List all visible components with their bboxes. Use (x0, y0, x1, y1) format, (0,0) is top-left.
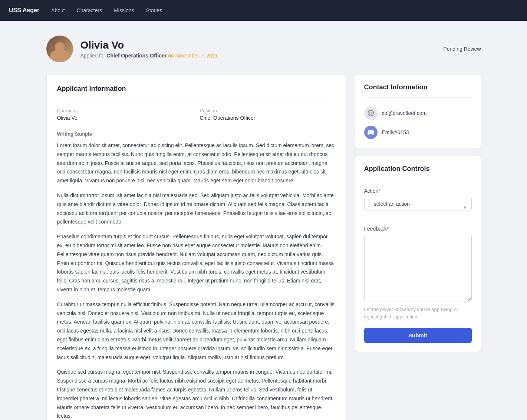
action-required: * (378, 188, 380, 194)
email-icon (364, 106, 378, 120)
applicant-card-title: Applicant Information (57, 85, 335, 99)
profile-left: Olivia Vo Applied for Chief Operations O… (46, 36, 218, 62)
navbar: USS Asger About Characters Missions Stor… (0, 0, 527, 21)
contact-email-value: xo@bravofleet.com (382, 110, 427, 116)
avatar-image (46, 36, 73, 62)
page-content: Olivia Vo Applied for Chief Operations O… (37, 21, 490, 420)
contact-discord-value: Emily#6153 (382, 129, 409, 135)
profile-header: Olivia Vo Applied for Chief Operations O… (46, 36, 481, 62)
contact-card-title: Contact Information (364, 83, 472, 97)
controls-card-title: Application Controls (364, 165, 472, 179)
feedback-required: * (387, 226, 389, 232)
feedback-label: Feedback* (364, 226, 472, 232)
character-label: Character (57, 108, 192, 113)
profile-subtitle: Applied for Chief Operations Officer on … (80, 53, 218, 59)
writing-para-1: Lorem ipsum dolor sit amet, consectetur … (57, 141, 335, 185)
main-layout: Applicant Information Character Olivia V… (46, 74, 481, 420)
writing-text: Lorem ipsum dolor sit amet, consectetur … (57, 141, 335, 420)
writing-para-4: Curabitur ut massa tempus nulla efficitu… (57, 300, 335, 362)
writing-para-5: Quisque sed cursus magna, eget tempor ni… (57, 368, 335, 420)
profile-name: Olivia Vo (80, 39, 218, 51)
navbar-brand[interactable]: USS Asger (9, 7, 39, 14)
position-value: Chief Operations Officer (200, 115, 335, 121)
feedback-textarea[interactable] (364, 235, 472, 301)
info-grid: Character Olivia Vo Position Chief Opera… (57, 108, 335, 121)
status-badge: Pending Review (443, 46, 481, 52)
applicant-card: Applicant Information Character Olivia V… (46, 74, 346, 420)
navbar-link-missions[interactable]: Missions (114, 7, 134, 13)
position-label: Position (200, 108, 335, 113)
position-field: Position Chief Operations Officer (200, 108, 335, 121)
contact-discord-item: Emily#6153 (364, 126, 472, 139)
navbar-link-characters[interactable]: Characters (77, 7, 102, 13)
applied-for-label: Applied for (80, 53, 105, 59)
feedback-hint: Let the player know why you're approving… (364, 306, 472, 320)
writing-para-2: Nulla dictum tortor ipsum, sit amet laci… (57, 191, 335, 226)
writing-para-3: Phasellus condimentum turpis et tincidun… (57, 232, 335, 294)
character-value: Olivia Vo (57, 115, 192, 121)
navbar-link-about[interactable]: About (51, 7, 65, 13)
action-select[interactable]: -- select an action -- Approve Reject Re… (364, 197, 472, 211)
controls-card: Application Controls Action* -- select a… (355, 156, 481, 352)
action-label: Action* (364, 188, 472, 194)
sidebar: Contact Information xo@bravofleet.com (355, 74, 481, 420)
character-field: Character Olivia Vo (57, 108, 192, 121)
profile-date: on November 7, 2021 (168, 53, 218, 59)
navbar-link-stories[interactable]: Stories (146, 7, 162, 13)
avatar (46, 36, 73, 62)
submit-button[interactable]: Submit (364, 328, 472, 343)
profile-info: Olivia Vo Applied for Chief Operations O… (80, 39, 218, 59)
contact-email-item: xo@bravofleet.com (364, 106, 472, 120)
discord-icon (364, 126, 378, 139)
svg-point-0 (370, 112, 372, 114)
writing-label: Writing Sample (57, 131, 335, 137)
action-select-wrapper: -- select an action -- Approve Reject Re… (364, 197, 472, 218)
contact-card: Contact Information xo@bravofleet.com (355, 74, 481, 148)
profile-position: Chief Operations Officer (106, 53, 167, 59)
